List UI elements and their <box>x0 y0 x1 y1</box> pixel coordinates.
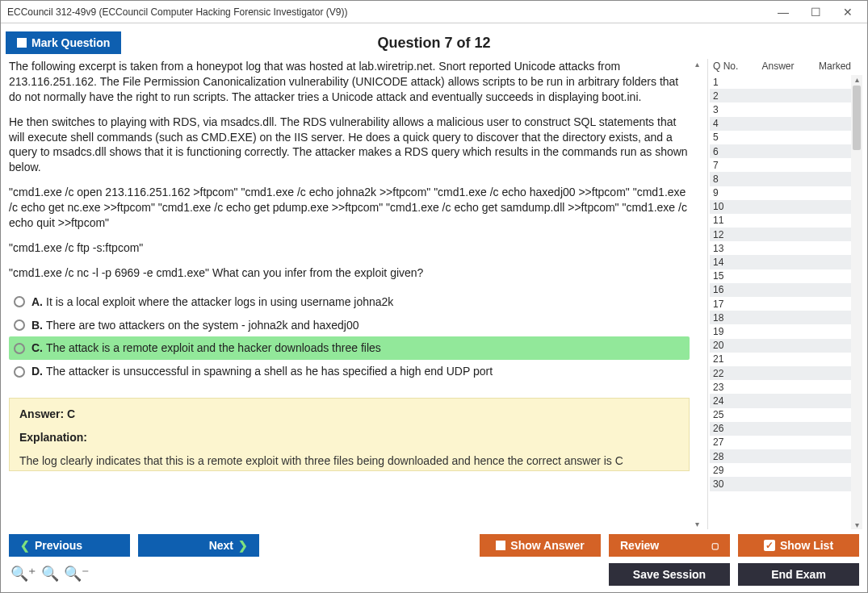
sidebar-row[interactable]: 28 <box>710 449 862 463</box>
previous-label: Previous <box>35 539 82 552</box>
end-exam-button[interactable]: End Exam <box>738 563 859 586</box>
checkbox-empty-icon <box>496 541 505 550</box>
sidebar-row[interactable]: 29 <box>710 463 862 477</box>
checkbox-checked-icon: ✓ <box>764 540 775 551</box>
sidebar-row[interactable]: 8 <box>710 172 862 186</box>
answer-line: Answer: C <box>19 407 679 422</box>
close-button[interactable]: ✕ <box>832 2 864 22</box>
sidebar-row-number: 12 <box>713 229 742 240</box>
sidebar-row[interactable]: 15 <box>710 269 862 283</box>
sidebar-row[interactable]: 5 <box>710 131 862 144</box>
next-label: Next <box>209 539 233 552</box>
sidebar-row-number: 23 <box>713 382 742 393</box>
choice-c[interactable]: C.The attack is a remote exploit and the… <box>9 336 690 360</box>
show-list-button[interactable]: ✓ Show List <box>738 534 859 557</box>
scroll-down-icon[interactable]: ▾ <box>855 520 859 529</box>
sidebar-row[interactable]: 24 <box>710 394 862 407</box>
chevron-right-icon: ❯ <box>238 539 248 552</box>
question-scroll-area[interactable]: The following excerpt is taken from a ho… <box>6 59 702 529</box>
sidebar-row[interactable]: 4 <box>710 117 862 131</box>
next-button[interactable]: Next ❯ <box>138 534 259 557</box>
mark-question-button[interactable]: Mark Question <box>6 31 121 54</box>
sidebar-row-number: 4 <box>713 118 742 129</box>
header-row: Mark Question Question 7 of 12 <box>6 28 862 59</box>
sidebar-row-number: 16 <box>713 284 742 295</box>
sidebar-row[interactable]: 9 <box>710 186 862 200</box>
scroll-down-icon[interactable]: ▾ <box>695 519 699 530</box>
sidebar-row[interactable]: 10 <box>710 200 862 214</box>
footer: ❮ Previous Next ❯ Show Answer Review ▢ <box>6 529 862 587</box>
sidebar-row-number: 15 <box>713 270 742 282</box>
minimize-button[interactable]: — <box>767 2 799 22</box>
scroll-thumb[interactable] <box>853 86 861 150</box>
choice-d[interactable]: D.The attacker is unsuccessful in spawni… <box>9 360 690 383</box>
show-answer-label: Show Answer <box>510 539 584 552</box>
choices: A.It is a local exploit where the attack… <box>9 290 690 384</box>
sidebar-row[interactable]: 23 <box>710 380 862 394</box>
zoom-in-icon[interactable]: 🔍⁺ <box>10 565 36 583</box>
choice-b[interactable]: B.There are two attackers on the system … <box>9 314 690 337</box>
previous-button[interactable]: ❮ Previous <box>9 534 130 557</box>
sidebar-row[interactable]: 13 <box>710 241 862 255</box>
sidebar-row[interactable]: 1 <box>710 75 862 89</box>
question-counter: Question 7 of 12 <box>377 35 490 52</box>
maximize-button[interactable]: ☐ <box>799 2 832 22</box>
sidebar-row-number: 17 <box>713 299 742 310</box>
sidebar-list[interactable]: 1234567891011121314151617181920212223242… <box>710 75 862 529</box>
question-paragraph: "cmd1.exe /c ftp -s:ftpcom" <box>9 240 690 256</box>
question-paragraph: The following excerpt is taken from a ho… <box>9 59 690 105</box>
sidebar-row-number: 10 <box>713 201 742 212</box>
sidebar-row[interactable]: 12 <box>710 228 862 241</box>
sidebar-row[interactable]: 21 <box>710 353 862 366</box>
sidebar-row[interactable]: 18 <box>710 311 862 324</box>
titlebar: ECCouncil 312-49v9 (ECCouncil Computer H… <box>1 1 867 23</box>
sidebar-row[interactable]: 6 <box>710 144 862 158</box>
review-button[interactable]: Review ▢ <box>609 534 730 557</box>
sidebar-row[interactable]: 11 <box>710 214 862 228</box>
sidebar-row[interactable]: 3 <box>710 102 862 116</box>
sidebar-row-number: 14 <box>713 257 742 268</box>
sidebar-row-number: 11 <box>713 215 742 226</box>
sidebar-row-number: 6 <box>713 146 742 157</box>
sidebar-row[interactable]: 16 <box>710 283 862 297</box>
scroll-up-icon[interactable]: ▴ <box>855 75 859 84</box>
footer-row-2: 🔍⁺ 🔍 🔍⁻ Save Session End Exam <box>9 563 859 586</box>
show-answer-button[interactable]: Show Answer <box>480 534 601 557</box>
sidebar-row[interactable]: 27 <box>710 436 862 449</box>
sidebar-row-number: 20 <box>713 340 742 351</box>
mark-question-label: Mark Question <box>31 36 110 49</box>
app-window: ECCouncil 312-49v9 (ECCouncil Computer H… <box>0 0 868 593</box>
sidebar-row-number: 3 <box>713 104 742 115</box>
save-session-label: Save Session <box>633 568 706 581</box>
sidebar-row[interactable]: 14 <box>710 255 862 269</box>
dropdown-icon: ▢ <box>711 541 719 550</box>
question-scrollbar[interactable]: ▴ ▾ <box>691 59 702 529</box>
zoom-controls: 🔍⁺ 🔍 🔍⁻ <box>9 563 90 586</box>
radio-icon <box>14 343 25 354</box>
scroll-up-icon[interactable]: ▴ <box>695 59 699 70</box>
sidebar-row[interactable]: 19 <box>710 324 862 338</box>
explanation-label: Explanation: <box>19 430 679 445</box>
zoom-reset-icon[interactable]: 🔍 <box>41 565 59 583</box>
sidebar-row[interactable]: 17 <box>710 297 862 311</box>
radio-icon <box>14 319 25 331</box>
sidebar-row[interactable]: 7 <box>710 158 862 172</box>
sidebar-scrollbar[interactable]: ▴ ▾ <box>851 75 862 529</box>
sidebar-row[interactable]: 22 <box>710 366 862 380</box>
sidebar-row-number: 9 <box>713 187 742 198</box>
zoom-out-icon[interactable]: 🔍⁻ <box>64 565 90 583</box>
choice-a[interactable]: A.It is a local exploit where the attack… <box>9 290 690 314</box>
review-label: Review <box>620 539 659 552</box>
sidebar-row-number: 27 <box>713 436 742 448</box>
sidebar-row[interactable]: 2 <box>710 89 862 102</box>
sidebar-row[interactable]: 30 <box>710 477 862 491</box>
explanation-text: The log clearly indicates that this is a… <box>19 453 679 469</box>
sidebar-row[interactable]: 26 <box>710 422 862 436</box>
chevron-left-icon: ❮ <box>20 539 30 552</box>
save-session-button[interactable]: Save Session <box>609 563 730 586</box>
sidebar-row[interactable]: 25 <box>710 408 862 422</box>
question-paragraph: He then switches to playing with RDS, vi… <box>9 115 690 176</box>
radio-icon <box>14 296 25 307</box>
sidebar-row[interactable]: 20 <box>710 339 862 353</box>
sidebar-row-number: 1 <box>713 77 742 88</box>
